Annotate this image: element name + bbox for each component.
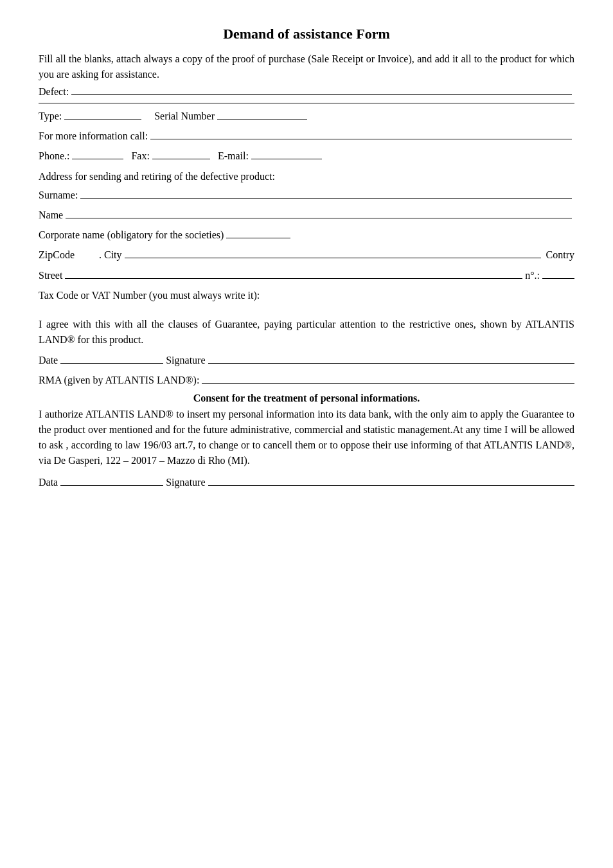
type-field[interactable] [64, 119, 141, 120]
defect-field[interactable] [71, 94, 572, 95]
name-row: Name [39, 206, 574, 224]
type-serial-row: Type: Serial Number [39, 107, 574, 125]
taxcode-line: Tax Code or VAT Number (you must always … [39, 287, 574, 304]
zipcode-row: ZipCode . City Contry [39, 246, 574, 263]
street-row: Street n°.: [39, 267, 574, 284]
defect-row: Defect: [39, 86, 574, 98]
email-label: E-mail: [218, 147, 249, 164]
street-field[interactable] [65, 278, 522, 279]
rma-row: RMA (given by ATLANTIS LAND®): [39, 371, 574, 389]
corporate-row: Corporate name (obligatory for the socie… [39, 226, 574, 244]
n-label: n°.: [525, 267, 540, 284]
city-field[interactable] [125, 258, 541, 258]
defect-label: Defect: [39, 86, 69, 98]
serial-label: Serial Number [154, 107, 215, 125]
date-label: Date [39, 351, 58, 369]
sig-label: Signature [166, 351, 205, 369]
phone-label: Phone.: [39, 147, 69, 164]
form-section: Type: Serial Number For more information… [39, 107, 574, 304]
consent-title: Consent for the treatment of personal in… [39, 393, 574, 404]
name-label: Name [39, 206, 63, 224]
name-field[interactable] [66, 218, 572, 218]
sig-field[interactable] [208, 363, 574, 364]
serial-field[interactable] [217, 119, 307, 120]
email-field[interactable] [251, 159, 322, 159]
agreement-text: I agree with this with all the clauses o… [39, 317, 574, 348]
rma-label: RMA (given by ATLANTIS LAND®): [39, 371, 199, 389]
surname-label: Surname: [39, 186, 78, 204]
intro-text: Fill all the blanks, attach always a cop… [39, 51, 574, 82]
date-field[interactable] [60, 363, 163, 364]
fax-field[interactable] [152, 159, 210, 159]
city-label: City [104, 246, 122, 263]
surname-field[interactable] [80, 198, 572, 199]
data-label: Data [39, 474, 58, 491]
dot: . [99, 246, 102, 263]
info-row: For more information call: [39, 127, 574, 145]
info-field[interactable] [150, 139, 572, 139]
sig2-field[interactable] [208, 485, 574, 486]
fax-label: Fax: [131, 147, 149, 164]
address-header: Address for sending and retiring of the … [39, 168, 574, 185]
info-label: For more information call: [39, 127, 148, 145]
data-field[interactable] [60, 485, 163, 486]
rma-field[interactable] [202, 383, 574, 384]
consent-text: I authorize ATLANTIS LAND® to insert my … [39, 407, 574, 468]
type-label: Type: [39, 107, 62, 125]
form-title: Demand of assistance Form [39, 26, 574, 42]
separator-1 [39, 103, 574, 103]
surname-row: Surname: [39, 186, 574, 204]
n-field[interactable] [542, 278, 574, 279]
zip-label: ZipCode [39, 246, 96, 263]
phone-field[interactable] [72, 159, 123, 159]
phone-row: Phone.: Fax: E-mail: [39, 147, 574, 164]
sig2-label: Signature [166, 474, 205, 491]
date-sig-row: Date Signature [39, 351, 574, 369]
corporate-field[interactable] [226, 238, 290, 238]
street-label: Street [39, 267, 62, 284]
country-label: Contry [546, 246, 574, 263]
data-sig-row: Data Signature [39, 474, 574, 491]
corporate-label: Corporate name (obligatory for the socie… [39, 226, 224, 244]
